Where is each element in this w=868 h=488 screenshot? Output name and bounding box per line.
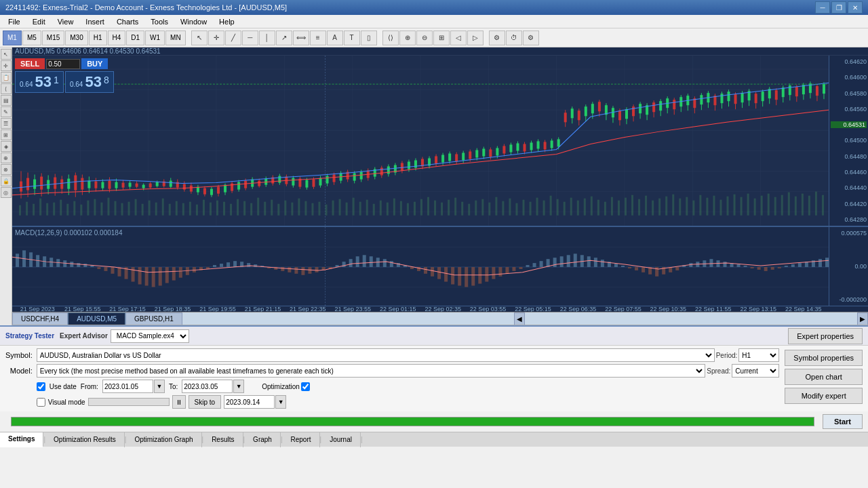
skip-date-picker-btn[interactable]: ▼ [275, 395, 286, 409]
period-mn[interactable]: MN [165, 30, 186, 45]
open-chart-button[interactable]: Open chart [785, 369, 863, 385]
crosshair-tool[interactable]: ✛ [208, 30, 224, 45]
menu-tools[interactable]: Tools [145, 16, 174, 27]
svg-rect-289 [524, 144, 526, 151]
period-select[interactable]: H1 [738, 348, 779, 362]
period-m5[interactable]: M5 [22, 30, 41, 45]
sell-button[interactable]: SELL [15, 58, 45, 69]
lt-btn-9[interactable]: ◈ [1, 141, 12, 152]
model-select[interactable]: Every tick (the most precise method base… [37, 364, 706, 378]
spread-select[interactable]: Current [732, 364, 779, 378]
svg-rect-47 [196, 205, 198, 216]
period-d1[interactable]: D1 [126, 30, 144, 45]
channel-tool[interactable]: ⟺ [293, 30, 309, 45]
period-m15[interactable]: M15 [42, 30, 64, 45]
minimize-button[interactable]: ─ [815, 1, 830, 14]
symbol-select[interactable]: AUDUSD, Australian Dollar vs US Dollar [37, 348, 715, 362]
svg-rect-114 [652, 201, 654, 216]
lt-btn-7[interactable]: ☰ [1, 118, 12, 129]
use-date-label: Use date [50, 383, 77, 390]
svg-rect-89 [481, 199, 484, 216]
period-h4[interactable]: H4 [108, 30, 126, 45]
start-button[interactable]: Start [823, 414, 863, 429]
text-tool[interactable]: A [327, 30, 343, 45]
timeframes-tool[interactable]: ⏱ [506, 30, 522, 45]
lt-btn-4[interactable]: ⟨ [1, 83, 12, 94]
menu-charts[interactable]: Charts [111, 16, 144, 27]
ea-dropdown[interactable]: MACD Sample.ex4 [111, 329, 189, 343]
skip-to-button[interactable]: Skip to [189, 395, 222, 409]
title-text: 22411492: Exness-Trial2 - Demo Account -… [5, 3, 287, 12]
modify-expert-button[interactable]: Modify expert [785, 388, 863, 404]
lt-btn-11[interactable]: ⊗ [1, 164, 12, 175]
menu-window[interactable]: Window [175, 16, 212, 27]
period-w1[interactable]: W1 [145, 30, 165, 45]
lt-btn-6[interactable]: ✎ [1, 106, 12, 117]
svg-rect-145 [33, 180, 36, 189]
tab-optimization-results[interactable]: Optimization Results [45, 432, 125, 447]
scroll-left-tool[interactable]: ◁ [450, 30, 467, 45]
lot-input[interactable] [46, 59, 80, 69]
skip-date-input[interactable] [224, 395, 275, 409]
period-h1[interactable]: H1 [89, 30, 107, 45]
autoscroll-tool[interactable]: ⊞ [433, 30, 450, 45]
tab-report[interactable]: Report [283, 432, 320, 447]
zoom-out-tool[interactable]: ⊖ [416, 30, 433, 45]
trend-tool[interactable]: ↗ [276, 30, 292, 45]
rect-tool[interactable]: ▯ [361, 30, 377, 45]
visual-mode-checkbox[interactable] [37, 398, 45, 407]
use-date-checkbox[interactable] [37, 382, 45, 391]
from-date-input[interactable] [102, 380, 153, 393]
tab-optimization-graph[interactable]: Optimization Graph [126, 432, 201, 447]
arrow-tool[interactable]: T [344, 30, 360, 45]
lt-btn-2[interactable]: ✛ [1, 60, 12, 71]
svg-rect-85 [454, 198, 456, 216]
lt-btn-1[interactable]: ↖ [1, 49, 12, 60]
hline-tool[interactable]: ─ [242, 30, 258, 45]
lt-btn-3[interactable]: 📋 [1, 72, 12, 83]
indicator-tool[interactable]: ⟨⟩ [382, 30, 399, 45]
tab-results[interactable]: Results [203, 432, 243, 447]
period-m30[interactable]: M30 [65, 30, 87, 45]
menu-view[interactable]: View [52, 16, 79, 27]
optimization-checkbox[interactable] [301, 382, 310, 391]
menu-file[interactable]: File [3, 16, 26, 27]
menu-edit[interactable]: Edit [27, 16, 51, 27]
lt-btn-10[interactable]: ⊕ [1, 152, 12, 163]
symbol-properties-button[interactable]: Symbol properties [785, 350, 863, 366]
lt-btn-13[interactable]: ◎ [1, 187, 12, 198]
chart-tab-prev[interactable]: ◀ [514, 312, 525, 325]
period-m1[interactable]: M1 [3, 30, 22, 45]
to-date-input[interactable] [182, 380, 233, 393]
close-button[interactable]: ✕ [848, 1, 863, 14]
chart-tab-next[interactable]: ▶ [857, 312, 868, 325]
chart-tab-usdchf[interactable]: USDCHF,H4 [12, 312, 68, 325]
restore-button[interactable]: ❐ [831, 1, 846, 14]
chart-tab-audusd[interactable]: AUDUSD,M5 [68, 312, 125, 325]
properties-tool[interactable]: ⚙ [523, 30, 539, 45]
expert-properties-button[interactable]: Expert properties [788, 328, 863, 344]
cursor-tool[interactable]: ↖ [191, 30, 208, 45]
fib-tool[interactable]: ≡ [310, 30, 326, 45]
svg-rect-391 [63, 260, 66, 267]
time-1: 21 Sep 15:55 [60, 306, 104, 312]
buy-button[interactable]: BUY [81, 58, 108, 69]
lt-btn-12[interactable]: 🔒 [1, 176, 12, 186]
line-tool[interactable]: ╱ [225, 30, 241, 45]
template-tool[interactable]: ⚙ [489, 30, 505, 45]
pause-button[interactable]: ⏸ [172, 395, 186, 409]
zoom-in-tool[interactable]: ⊕ [399, 30, 416, 45]
menu-help[interactable]: Help [214, 16, 240, 27]
svg-rect-365 [782, 87, 785, 97]
menu-insert[interactable]: Insert [80, 16, 110, 27]
tab-settings[interactable]: Settings [0, 432, 43, 447]
from-date-picker-btn[interactable]: ▼ [154, 380, 165, 393]
scroll-right-tool[interactable]: ▷ [467, 30, 484, 45]
tab-journal[interactable]: Journal [321, 432, 361, 447]
vline-tool[interactable]: │ [259, 30, 275, 45]
lt-btn-5[interactable]: ▤ [1, 95, 12, 106]
lt-btn-8[interactable]: ⊞ [1, 129, 12, 140]
tab-graph[interactable]: Graph [245, 432, 281, 447]
to-date-picker-btn[interactable]: ▼ [233, 380, 244, 393]
chart-tab-gbpusd[interactable]: GBPUSD,H1 [125, 312, 182, 325]
